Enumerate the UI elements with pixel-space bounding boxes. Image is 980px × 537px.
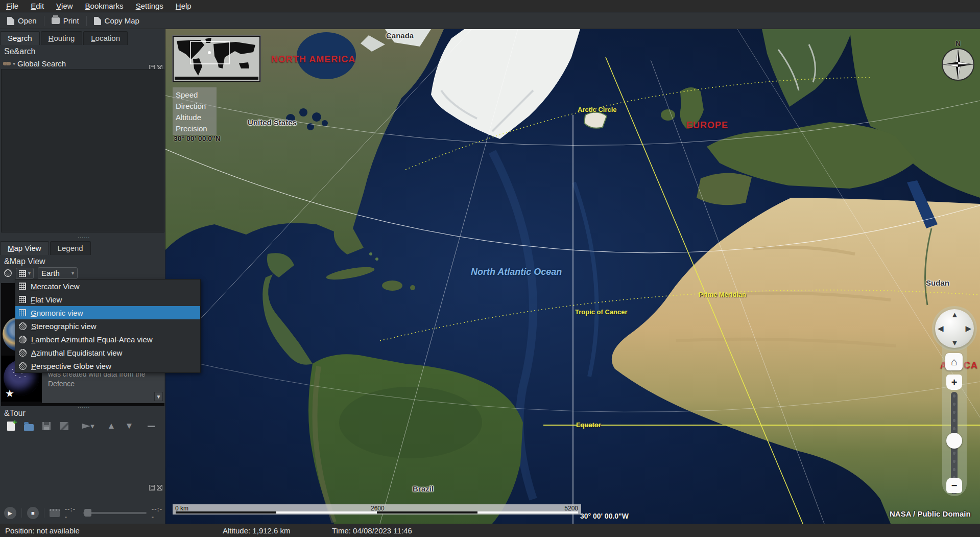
menu-bookmarks[interactable]: Bookmarks <box>79 0 130 12</box>
home-button[interactable]: ⌂ <box>945 353 963 370</box>
tour-move-down-button[interactable]: ▼ <box>124 421 135 432</box>
minus-icon <box>148 426 155 427</box>
tour-new-button[interactable] <box>5 421 16 432</box>
compass-north-label: N <box>940 39 976 48</box>
flat-projection-icon <box>19 309 26 316</box>
play-button[interactable]: ▶ <box>4 507 16 519</box>
longitude-line-label: 30° 00' 00.0"W <box>580 512 629 520</box>
splitter-handle[interactable]: ...... <box>78 232 90 239</box>
menu-item-perspective-globe-view[interactable]: Perspective Globe view <box>15 359 200 372</box>
overview-world-map <box>174 37 259 81</box>
projection-dropdown-button[interactable]: ▾ <box>16 268 34 279</box>
tab-routing[interactable]: Routing <box>41 31 83 45</box>
new-document-icon <box>7 422 15 431</box>
menu-item-mercator-view[interactable]: Mercator View <box>15 279 200 293</box>
favorite-star-icon[interactable]: ★ <box>5 387 14 400</box>
scroll-down-button[interactable]: ▼ <box>154 392 163 401</box>
info-direction-label: Direction <box>176 101 217 112</box>
scale-segment <box>377 511 477 513</box>
tab-location[interactable]: Location <box>83 31 128 45</box>
pan-right-icon[interactable]: ▶ <box>965 324 971 333</box>
menu-edit[interactable]: Edit <box>25 0 50 12</box>
elapsed-time-label: --:-- <box>65 505 78 521</box>
open-label: Open <box>18 16 37 25</box>
scale-segment <box>276 511 377 513</box>
pan-down-icon[interactable]: ▼ <box>951 338 959 347</box>
zoom-in-button[interactable]: + <box>946 375 962 390</box>
status-bar: Position: not available Altitude: 1,912.… <box>0 524 980 537</box>
map-scale-bar: 0 km 2600 5200 <box>173 504 581 515</box>
menu-view[interactable]: View <box>50 0 79 12</box>
open-button[interactable]: Open <box>0 13 44 29</box>
close-panel-icon[interactable] <box>157 485 162 491</box>
pan-up-icon[interactable]: ▲ <box>951 310 959 319</box>
menu-item-flat-view[interactable]: Flat View <box>15 293 200 306</box>
printer-icon <box>52 17 60 24</box>
tab-map-view[interactable]: Map View <box>0 241 49 255</box>
menu-item-gnomonic-view[interactable]: Gnomonic view <box>15 306 200 319</box>
print-button[interactable]: Print <box>44 13 86 29</box>
latitude-line-label: 30° 00' 00.0"N <box>174 134 221 143</box>
map-label-north-atlantic-ocean: North Atlantic Ocean <box>471 267 562 277</box>
tab-legend[interactable]: Legend <box>50 241 91 255</box>
stop-button[interactable]: ■ <box>27 507 39 519</box>
chevron-down-icon: ▾ <box>13 61 15 66</box>
status-time: Time: 04/08/2023 11:46 <box>332 526 412 535</box>
scale-segment <box>477 511 578 513</box>
tour-panel-title: &Tour <box>0 408 165 419</box>
tour-move-up-button[interactable]: ▲ <box>106 421 117 432</box>
projection-globe-icon[interactable] <box>4 269 12 277</box>
pan-dpad[interactable]: ▲ ▼ ◀ ▶ <box>935 309 974 348</box>
menu-item-azimuthal-equidistant-view[interactable]: Azimuthal Equidistant view <box>15 346 200 359</box>
menu-item-label: Flat View <box>31 295 62 304</box>
compass-icon <box>941 48 975 81</box>
copy-map-button[interactable]: Copy Map <box>87 13 147 29</box>
search-results-list[interactable] <box>1 69 164 232</box>
tour-toolbar: ▾ ▲ ▼ <box>0 421 157 432</box>
menu-item-lambert-azimuthal-view[interactable]: Lambert Azimuthal Equal-Area view <box>15 333 200 346</box>
globe-projection-icon <box>19 349 27 357</box>
chevron-down-icon: ▾ <box>90 422 94 431</box>
compass-rose[interactable]: N <box>940 39 976 82</box>
global-search-row[interactable]: ▾ Global Search <box>0 58 165 69</box>
menu-help[interactable]: Help <box>170 0 198 12</box>
mapview-toolbar: ▾ Earth ▾ <box>0 267 165 279</box>
tour-open-button[interactable] <box>23 421 34 432</box>
navigation-control: ▲ ▼ ◀ ▶ ⌂ + − <box>938 309 971 503</box>
menu-file[interactable]: File <box>0 0 25 12</box>
zoom-out-button[interactable]: − <box>946 478 962 493</box>
tour-play-flag-button[interactable]: ▾ <box>83 421 94 432</box>
status-position: Position: not available <box>5 526 80 535</box>
record-movie-icon[interactable] <box>50 509 60 517</box>
flag-icon <box>82 424 90 429</box>
celestial-body-select[interactable]: Earth ▾ <box>38 267 78 279</box>
menu-item-stereographic-view[interactable]: Stereographic view <box>15 319 200 333</box>
map-label-europe: EUROPE <box>686 120 728 131</box>
tour-save-button[interactable] <box>41 421 52 432</box>
playback-slider-handle[interactable] <box>84 509 91 517</box>
overview-map[interactable] <box>173 36 260 82</box>
menu-bar: File Edit View Bookmarks Settings Help <box>0 0 980 12</box>
map-label-sudan: Sudan <box>926 278 949 287</box>
open-folder-icon <box>24 424 34 431</box>
pan-left-icon[interactable]: ◀ <box>938 324 944 333</box>
float-panel-icon[interactable] <box>149 485 155 491</box>
tab-search[interactable]: Search <box>0 31 40 45</box>
celestial-body-value: Earth <box>41 269 60 277</box>
chevron-down-icon: ▾ <box>71 270 74 276</box>
tour-playback-bar: ▶ ■ --:-- --:-- <box>0 505 165 521</box>
left-sidebar: Search Routing Location Se&arch ▾ Global… <box>0 29 165 524</box>
position-info-box[interactable]: Speed Direction Altitude Precision <box>173 87 217 135</box>
tour-edit-button[interactable] <box>59 421 70 432</box>
menu-item-label: Perspective Globe view <box>31 362 111 370</box>
menu-settings[interactable]: Settings <box>130 0 170 12</box>
menu-item-label: Stereographic view <box>31 322 97 331</box>
panel-tabs-bottom: Map View Legend <box>0 241 165 255</box>
menu-item-label: Lambert Azimuthal Equal-Area view <box>31 335 153 344</box>
mapview-panel-title: &Map View <box>0 256 165 267</box>
tour-remove-button[interactable] <box>146 421 157 432</box>
map-canvas[interactable]: Canada NORTH AMERICA United States EUROP… <box>165 29 980 524</box>
mapview-panel-title-text: &Map View <box>4 257 45 266</box>
playback-slider[interactable] <box>83 512 147 514</box>
zoom-slider-handle[interactable] <box>946 433 962 449</box>
